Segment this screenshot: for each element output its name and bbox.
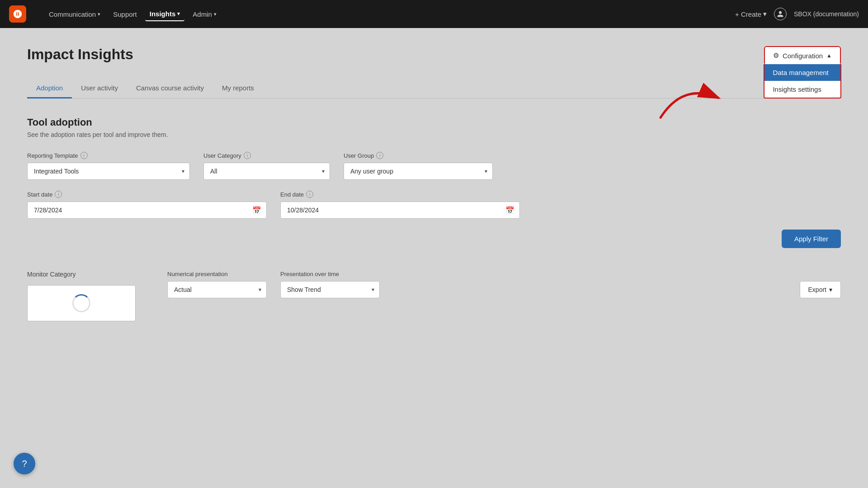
presentation-select[interactable]: Show Trend Hide Trend (280, 281, 380, 298)
tab-my-reports[interactable]: My reports (213, 79, 263, 99)
tabs-bar: Adoption User activity Canvas course act… (27, 79, 841, 99)
export-button[interactable]: Export ▾ (800, 281, 841, 298)
topnav-right: + Create ▾ SBOX (documentation) (735, 8, 859, 20)
help-button[interactable]: ? (14, 453, 35, 474)
reporting-template-select-wrapper: Integrated Tools ▾ (27, 163, 190, 180)
end-date-wrapper: 📅 (280, 202, 520, 219)
account-label[interactable]: SBOX (documentation) (794, 10, 859, 18)
monitor-category-box (27, 285, 136, 321)
end-date-input[interactable] (280, 202, 520, 219)
presentation-over-time-label: Presentation over time (280, 271, 380, 277)
nav-items: Communication ▾ Support Insights ▾ Admin… (44, 7, 722, 21)
user-group-group: User Group i Any user group ▾ (344, 152, 493, 180)
monitor-category-label: Monitor Category (27, 271, 154, 278)
end-date-group: End date i 📅 (280, 191, 520, 219)
nav-admin[interactable]: Admin ▾ (188, 8, 221, 21)
chevron-down-icon: ▾ (214, 11, 217, 17)
user-category-group: User Category i All ▾ (203, 152, 330, 180)
end-date-info-icon[interactable]: i (306, 191, 313, 198)
user-group-info-icon[interactable]: i (376, 152, 383, 159)
user-category-select[interactable]: All (203, 163, 330, 180)
bottom-section: Monitor Category Numerical presentation … (27, 271, 841, 321)
loading-spinner (72, 294, 90, 312)
user-group-select[interactable]: Any user group (344, 163, 493, 180)
top-navigation: Communication ▾ Support Insights ▾ Admin… (0, 0, 868, 28)
user-group-label: User Group i (344, 152, 493, 159)
chevron-up-icon: ▲ (826, 52, 832, 59)
reporting-template-group: Reporting Template i Integrated Tools ▾ (27, 152, 190, 180)
start-date-info-icon[interactable]: i (55, 191, 62, 198)
reporting-template-select[interactable]: Integrated Tools (27, 163, 190, 180)
reporting-template-label: Reporting Template i (27, 152, 190, 159)
apply-filter-row: Apply Filter (27, 230, 841, 248)
monitor-category-section: Monitor Category (27, 271, 154, 321)
configuration-button[interactable]: ⚙ Configuration ▲ (765, 47, 840, 64)
start-date-label: Start date i (27, 191, 267, 198)
tab-adoption[interactable]: Adoption (27, 79, 72, 99)
section-title: Tool adoption (27, 117, 841, 128)
user-category-info-icon[interactable]: i (244, 152, 251, 159)
nav-insights[interactable]: Insights ▾ (145, 7, 185, 21)
nav-support[interactable]: Support (108, 8, 142, 21)
numerical-select-wrapper: Actual Percentage ▾ (167, 281, 267, 298)
app-logo[interactable] (9, 5, 26, 23)
chevron-down-icon: ▾ (763, 10, 767, 18)
tab-user-activity[interactable]: User activity (72, 79, 127, 99)
start-date-input[interactable] (27, 202, 267, 219)
apply-filter-button[interactable]: Apply Filter (782, 230, 841, 248)
user-icon[interactable] (774, 8, 787, 20)
reporting-template-info-icon[interactable]: i (80, 152, 88, 159)
configuration-dropdown: ⚙ Configuration ▲ Data management Insigh… (764, 46, 841, 65)
calendar-icon[interactable]: 📅 (252, 206, 261, 215)
user-category-select-wrapper: All ▾ (203, 163, 330, 180)
end-date-label: End date i (280, 191, 520, 198)
chevron-down-icon: ▾ (829, 286, 832, 293)
page-title: Impact Insights (27, 46, 133, 63)
user-group-select-wrapper: Any user group ▾ (344, 163, 493, 180)
start-date-wrapper: 📅 (27, 202, 267, 219)
user-category-label: User Category i (203, 152, 330, 159)
tab-canvas-course-activity[interactable]: Canvas course activity (127, 79, 213, 99)
chevron-down-icon: ▾ (177, 11, 180, 17)
presentation-row: Numerical presentation Actual Percentage… (167, 271, 841, 298)
nav-communication[interactable]: Communication ▾ (44, 8, 105, 21)
numerical-presentation-label: Numerical presentation (167, 271, 267, 277)
presentation-section: Numerical presentation Actual Percentage… (167, 271, 841, 298)
menu-item-insights-settings[interactable]: Insights settings (764, 81, 840, 98)
svg-point-0 (15, 10, 17, 12)
section-description: See the adoption rates per tool and impr… (27, 131, 841, 138)
presentation-over-time-group: Presentation over time Show Trend Hide T… (280, 271, 380, 298)
start-date-group: Start date i 📅 (27, 191, 267, 219)
menu-item-data-management[interactable]: Data management (764, 64, 840, 81)
numerical-presentation-group: Numerical presentation Actual Percentage… (167, 271, 267, 298)
chevron-down-icon: ▾ (98, 11, 100, 17)
numerical-select[interactable]: Actual Percentage (167, 281, 267, 298)
filter-row-1: Reporting Template i Integrated Tools ▾ … (27, 152, 841, 180)
configuration-menu: Data management Insights settings (764, 64, 841, 99)
create-button[interactable]: + Create ▾ (735, 10, 767, 18)
calendar-icon[interactable]: 📅 (505, 206, 514, 215)
page-header: Impact Insights ⚙ Configuration ▲ Data m… (27, 46, 841, 65)
presentation-select-wrapper: Show Trend Hide Trend ▾ (280, 281, 380, 298)
main-content: Impact Insights ⚙ Configuration ▲ Data m… (0, 28, 868, 339)
date-row: Start date i 📅 End date i 📅 (27, 191, 841, 219)
